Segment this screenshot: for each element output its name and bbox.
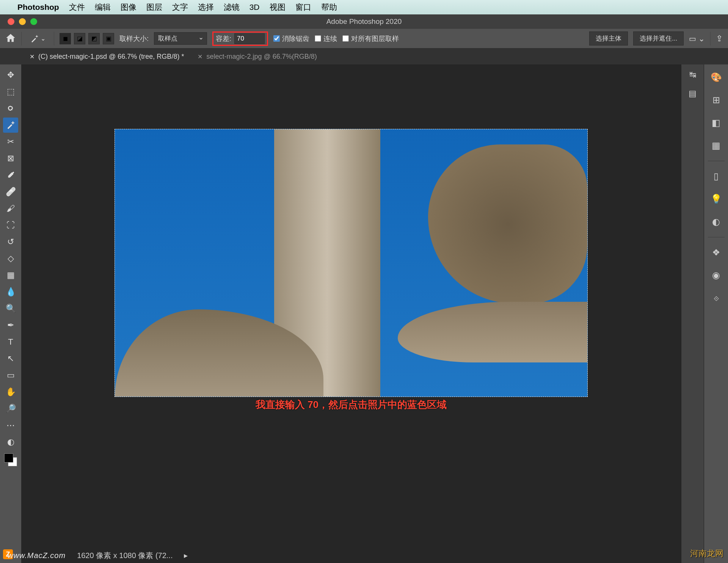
antialias-checkbox[interactable]: 消除锯齿 [273,34,309,43]
move-tool-icon[interactable]: ✥ [3,67,18,83]
shape-tool-icon[interactable]: ▭ [3,368,18,383]
selection-subtract-icon[interactable]: ◩ [88,33,100,44]
select-subject-button[interactable]: 选择主体 [589,31,628,45]
divider [21,32,22,45]
quickmask-icon[interactable]: ◐ [3,434,18,450]
panel-icon[interactable]: ↹ [689,70,696,80]
document-tab-inactive[interactable]: ✕ select-magic-2.jpg @ 66.7%(RGB/8) [191,49,323,64]
minimize-window-icon[interactable] [19,18,26,25]
crop-tool-icon[interactable]: ✂ [3,134,18,149]
pen-tool-icon[interactable]: ✒ [3,318,18,333]
image-content [428,144,587,304]
frame-tool-icon[interactable]: ⊠ [3,151,18,166]
menu-filter[interactable]: 滤镜 [224,2,240,13]
divider [710,32,711,45]
info-chevron-icon[interactable]: ▸ [184,551,188,560]
selection-new-icon[interactable]: ◼ [60,33,71,44]
paths-panel-icon[interactable]: ⟐ [708,290,725,306]
path-tool-icon[interactable]: ↖ [3,351,18,366]
home-icon[interactable] [5,33,16,45]
close-tab-icon[interactable]: ✕ [198,53,202,60]
menu-edit[interactable]: 编辑 [95,2,111,13]
contiguous-label: 连续 [323,34,337,43]
lasso-tool-icon[interactable]: ⭘ [3,101,18,116]
tolerance-label: 容差: [216,34,231,43]
channels-panel-icon[interactable]: ◉ [708,268,725,283]
patterns-panel-icon[interactable]: ▦ [708,138,725,153]
all-layers-checkbox[interactable]: 对所有图层取样 [342,34,399,43]
swatches-panel-icon[interactable]: ⊞ [708,93,725,108]
collapsed-panel-strip: ↹ ▤ [681,64,704,563]
menu-3d[interactable]: 3D [249,3,260,12]
color-panel-icon[interactable]: 🎨 [708,70,725,85]
menu-layer[interactable]: 图层 [146,2,162,13]
workspace-switcher-icon[interactable]: ▭ ⌄ [689,34,705,43]
divider [708,161,725,161]
menu-file[interactable]: 文件 [69,2,85,13]
menu-type[interactable]: 文字 [172,2,188,13]
divider [708,237,725,237]
foreground-color-icon[interactable] [4,453,13,463]
tolerance-group-highlighted: 容差: [212,31,268,46]
app-name[interactable]: Photoshop [17,3,59,12]
selection-mode-group: ◼ ◪ ◩ ▣ [60,33,114,44]
blur-tool-icon[interactable]: 💧 [3,284,18,300]
all-layers-check-icon[interactable] [342,35,349,42]
history-brush-tool-icon[interactable]: ↺ [3,234,18,249]
foreground-background-colors[interactable] [4,453,17,466]
stamp-tool-icon[interactable]: ⛶ [3,218,18,233]
more-tools-icon[interactable]: ⋯ [3,418,18,433]
canvas-image[interactable] [115,129,588,397]
layers-panel-icon[interactable]: ❖ [708,245,725,260]
close-tab-icon[interactable]: ✕ [30,53,35,60]
contiguous-checkbox[interactable]: 连续 [315,34,337,43]
menu-help[interactable]: 帮助 [321,2,337,13]
select-and-mask-button[interactable]: 选择并遮住... [633,31,684,45]
tolerance-input[interactable] [234,33,265,44]
menu-select[interactable]: 选择 [198,2,214,13]
traffic-lights [0,18,37,25]
document-info[interactable]: 1620 像素 x 1080 像素 (72... [77,550,173,561]
magic-wand-tool-icon[interactable] [3,118,18,133]
workspace: ✥ ⬚ ⭘ ✂ ⊠ 🩹 🖌 ⛶ ↺ ◇ ▦ 💧 🔍 ✒ T ↖ ▭ ✋ 🔎 ⋯ … [0,64,728,563]
eraser-tool-icon[interactable]: ◇ [3,251,18,266]
window-titlebar: Adobe Photoshop 2020 [0,14,728,29]
image-content [398,302,587,362]
heal-tool-icon[interactable]: 🩹 [3,184,18,199]
panel-icon[interactable]: ▤ [689,89,697,99]
document-tab-active[interactable]: ✕ (C) select-magic-1.psd @ 66.7% (tree, … [23,49,191,64]
marquee-tool-icon[interactable]: ⬚ [3,84,18,99]
tool-panel: ✥ ⬚ ⭘ ✂ ⊠ 🩹 🖌 ⛶ ↺ ◇ ▦ 💧 🔍 ✒ T ↖ ▭ ✋ 🔎 ⋯ … [0,64,21,563]
all-layers-label: 对所有图层取样 [351,34,399,43]
options-bar: ⌄ ◼ ◪ ◩ ▣ 取样大小: 取样点 容差: 消除锯齿 连续 对所有图层取样 … [0,29,728,49]
gradient-tool-icon[interactable]: ▦ [3,268,18,283]
dodge-tool-icon[interactable]: 🔍 [3,301,18,316]
contiguous-check-icon[interactable] [315,35,321,42]
gradients-panel-icon[interactable]: ◧ [708,115,725,130]
tab-label: select-magic-2.jpg @ 66.7%(RGB/8) [206,53,317,61]
divider [54,32,54,45]
menu-view[interactable]: 视图 [270,2,286,13]
menu-image[interactable]: 图像 [121,2,136,13]
properties-panel-icon[interactable]: ▯ [708,169,725,184]
type-tool-icon[interactable]: T [3,334,18,350]
hand-tool-icon[interactable]: ✋ [3,384,18,400]
canvas-area[interactable]: 我直接输入 70，然后点击照片中的蓝色区域 [21,64,681,563]
maximize-window-icon[interactable] [30,18,37,25]
close-window-icon[interactable] [8,18,14,25]
brush-tool-icon[interactable]: 🖌 [3,201,18,216]
share-icon[interactable]: ⇪ [716,34,723,44]
libraries-panel-icon[interactable]: ◐ [708,214,725,229]
instruction-caption: 我直接输入 70，然后点击照片中的蓝色区域 [256,398,447,411]
selection-intersect-icon[interactable]: ▣ [103,33,114,44]
current-tool-icon[interactable]: ⌄ [27,33,49,45]
watermark-right: 河南龙网 [690,548,723,559]
zoom-tool-icon[interactable]: 🔎 [3,401,18,416]
menu-window[interactable]: 窗口 [295,2,311,13]
selection-add-icon[interactable]: ◪ [74,33,85,44]
eyedropper-tool-icon[interactable] [3,168,18,183]
antialias-check-icon[interactable] [273,35,280,42]
tab-label: (C) select-magic-1.psd @ 66.7% (tree, RG… [38,53,184,61]
adjustments-panel-icon[interactable]: 💡 [708,191,725,207]
sample-size-select[interactable]: 取样点 [154,32,207,45]
